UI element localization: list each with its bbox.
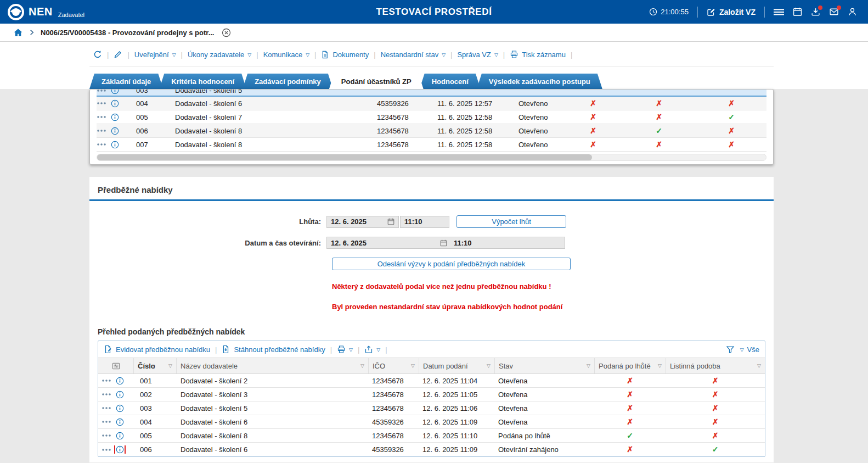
deadline-date-field[interactable]: 12. 6. 2025 — [326, 216, 399, 228]
download-preliminary-offers-button[interactable]: Stáhnout předběžné nabídky — [222, 345, 325, 354]
table-row[interactable]: 004Dodavatel - školení 64535932612. 6. 2… — [98, 415, 765, 429]
toolbar-item-2[interactable]: Komunikace▽ — [263, 51, 309, 59]
filter-caret-icon[interactable]: ▽ — [487, 363, 491, 369]
print-button[interactable]: ▽ — [337, 345, 353, 354]
breadcrumb-item[interactable]: N006/25/V00005438 - Provozování prodejny… — [41, 29, 214, 37]
opening-datetime-field[interactable]: 12. 6. 2025 11:10 — [326, 237, 565, 249]
export-button[interactable]: ▽ — [364, 345, 380, 354]
divider: | — [181, 51, 183, 59]
row-menu-icon[interactable] — [97, 141, 106, 148]
home-icon[interactable] — [13, 28, 23, 37]
downloads-icon[interactable] — [811, 7, 820, 16]
tab-1[interactable]: Kritéria hodnocení — [159, 74, 246, 89]
filter-caret-icon[interactable]: ▽ — [411, 363, 415, 369]
column-header-stav[interactable]: Stav▽ — [494, 358, 594, 373]
row-info-icon[interactable] — [111, 127, 119, 135]
cell-status: Otevřeno — [515, 124, 566, 138]
history-icon[interactable] — [93, 50, 102, 59]
register-preliminary-offer-button[interactable]: Evidovat předběžnou nabídku — [104, 345, 210, 354]
close-record-icon[interactable] — [222, 28, 231, 37]
filter-caret-icon[interactable]: ▽ — [587, 363, 590, 369]
calculate-deadlines-button[interactable]: Výpočet lhůt — [456, 215, 566, 228]
partial-selected-row[interactable]: 003Dodavatel - školení 5 — [97, 90, 766, 97]
cross-mark: ✗ — [666, 415, 765, 429]
toolbar-item-1[interactable]: Úkony zadavatele▽ — [188, 51, 251, 59]
row-info-icon[interactable] — [111, 99, 119, 108]
tab-4[interactable]: Hodnocení — [420, 74, 481, 89]
table-row[interactable]: 006Dodavatel - školení 64535932612. 6. 2… — [98, 443, 765, 456]
row-menu-icon[interactable] — [102, 446, 111, 454]
row-menu-icon[interactable] — [97, 99, 106, 107]
cell-status: Otevřeno — [515, 97, 566, 110]
table-row[interactable]: 004Dodavatel - školení 64535932611. 6. 2… — [97, 97, 766, 110]
cell-date: 11. 6. 2025 12:58 — [434, 138, 515, 152]
toolbar-item-0[interactable]: Uveřejnění▽ — [134, 51, 176, 59]
cross-mark: ✗ — [594, 374, 666, 388]
table-row[interactable]: 003Dodavatel - školení 5 — [97, 90, 766, 97]
row-info-icon[interactable] — [111, 141, 119, 149]
row-info-icon[interactable] — [116, 377, 124, 385]
send-invitation-button[interactable]: Odeslání výzvy k podání předběžných nabí… — [332, 258, 571, 270]
tab-2[interactable]: Zadávací podmínky — [243, 74, 333, 89]
toolbar-item-4[interactable]: Nestandardní stav▽ — [381, 51, 446, 59]
divider: | — [385, 345, 387, 354]
view-all-dropdown[interactable]: ▽ Vše — [740, 345, 759, 354]
filter-caret-icon[interactable]: ▽ — [360, 363, 364, 369]
filter-caret-icon[interactable]: ▽ — [757, 363, 761, 369]
nen-home-link[interactable]: NEN Zadavatel — [0, 4, 84, 20]
column-settings-button[interactable] — [98, 358, 133, 373]
calendar-icon[interactable] — [440, 239, 447, 247]
tab-5[interactable]: Výsledek zadávacího postupu — [477, 74, 602, 89]
profile-icon[interactable] — [848, 7, 857, 16]
row-menu-icon[interactable] — [97, 113, 106, 121]
row-menu-icon[interactable] — [102, 418, 111, 426]
table-row[interactable]: 003Dodavatel - školení 51234567812. 6. 2… — [98, 401, 765, 415]
column-header-name[interactable]: Název dodavatele▽ — [176, 358, 368, 373]
table-row[interactable]: 001Dodavatel - školení 21234567812. 6. 2… — [98, 374, 765, 388]
table-row[interactable]: 006Dodavatel - školení 81234567811. 6. 2… — [97, 124, 766, 138]
row-menu-icon[interactable] — [97, 127, 106, 135]
row-info-icon[interactable] — [116, 432, 124, 440]
row-menu-icon[interactable] — [102, 432, 111, 439]
messages-icon[interactable] — [829, 7, 839, 16]
tab-3[interactable]: Podání účastníků ZP — [329, 74, 424, 89]
calendar-icon[interactable] — [793, 7, 802, 16]
row-menu-icon[interactable] — [97, 90, 106, 94]
calendar-icon[interactable] — [387, 218, 394, 225]
row-info-icon[interactable] — [116, 445, 124, 454]
row-menu-icon[interactable] — [102, 404, 111, 412]
table-row[interactable]: 002Dodavatel - školení 31234567812. 6. 2… — [98, 388, 765, 401]
row-menu-icon[interactable] — [102, 391, 111, 398]
edit-record-icon[interactable] — [114, 50, 122, 59]
horizontal-scrollbar[interactable] — [97, 154, 766, 161]
toolbar-item-5[interactable]: Správa VZ▽ — [457, 51, 498, 59]
filter-caret-icon[interactable]: ▽ — [658, 363, 662, 369]
row-info-icon[interactable] — [111, 113, 119, 121]
table-row[interactable]: 005Dodavatel - školení 71234567811. 6. 2… — [97, 110, 766, 124]
scrollbar-thumb[interactable] — [97, 154, 592, 160]
cell-supplier-name: Dodavatel - školení 8 — [171, 138, 374, 152]
column-header-ico[interactable]: IČO▽ — [368, 358, 419, 373]
filter-caret-icon[interactable]: ▽ — [168, 363, 172, 369]
column-header-date[interactable]: Datum podání▽ — [419, 358, 494, 373]
row-menu-icon[interactable] — [102, 377, 111, 384]
filter-button[interactable] — [726, 345, 735, 354]
toolbar-item-3[interactable]: Dokumenty — [321, 51, 369, 59]
column-header-paper[interactable]: Listinná podoba▽ — [666, 358, 765, 373]
row-info-icon[interactable] — [116, 404, 124, 412]
brand-name: NEN — [29, 5, 53, 18]
table-row[interactable]: 007Dodavatel - školení 81234567811. 6. 2… — [97, 138, 766, 152]
create-vz-button[interactable]: Založit VZ — [707, 8, 756, 16]
deadline-time-field[interactable]: 11:10 — [400, 216, 449, 228]
row-info-icon[interactable] — [116, 418, 124, 426]
column-header-late[interactable]: Podaná po lhůtě▽ — [594, 358, 666, 373]
table-row[interactable]: 005Dodavatel - školení 81234567812. 6. 2… — [98, 429, 765, 443]
menu-icon[interactable] — [774, 8, 784, 16]
column-header-num[interactable]: Číslo↑▽ — [133, 358, 176, 373]
row-info-icon[interactable] — [116, 391, 124, 399]
column-label: IČO — [373, 362, 385, 370]
row-info-icon[interactable] — [111, 90, 119, 94]
row-actions — [98, 445, 133, 454]
toolbar-item-6[interactable]: Tisk záznamu — [510, 50, 566, 59]
tab-0[interactable]: Základní údaje — [89, 74, 163, 89]
